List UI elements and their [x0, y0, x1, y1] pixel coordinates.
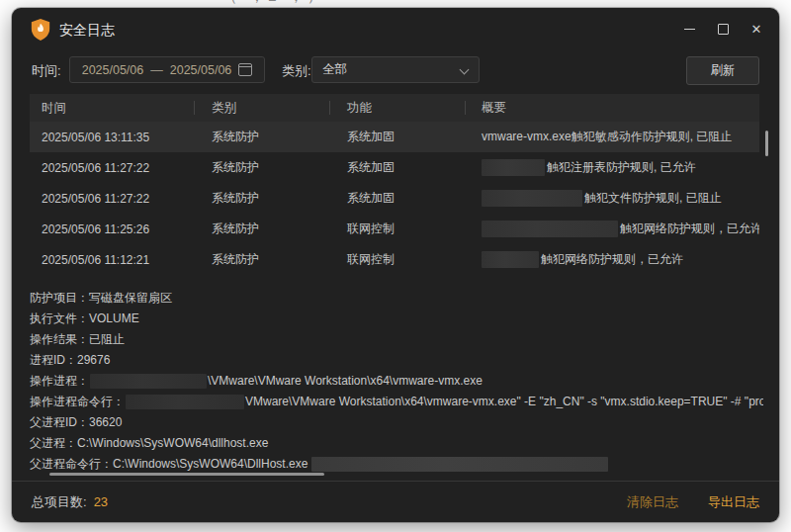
horizontal-scrollbar[interactable]: [49, 473, 324, 476]
detail-label: 操作进程：: [30, 371, 89, 392]
date-to: 2025/05/06: [170, 63, 232, 77]
detail-value: \VMware\VMware Workstation\x64\vmware-vm…: [208, 371, 483, 392]
security-log-window: 安全日志 ✕ 时间: 2025/05/06 — 2025/05/06 类别: 全…: [12, 8, 779, 522]
minimize-button[interactable]: [672, 14, 706, 44]
log-row[interactable]: 2025/05/06 13:11:35系统防护系统加固vmware-vmx.ex…: [30, 122, 759, 152]
detail-label: 执行文件：: [30, 309, 89, 329]
category-selected-value: 全部: [322, 61, 347, 78]
detail-value: 写磁盘保留扇区: [89, 288, 172, 309]
window-title: 安全日志: [59, 22, 115, 40]
row-category: 系统防护: [194, 221, 329, 237]
row-function: 系统加固: [329, 129, 465, 145]
detail-line: 操作进程：\VMware\VMware Workstation\x64\vmwa…: [30, 371, 763, 392]
detail-value: C:\Windows\SysWOW64\DllHost.exe: [113, 454, 308, 475]
row-summary-text: 触犯文件防护规则, 已阻止: [584, 190, 722, 207]
row-category: 系统防护: [194, 251, 329, 268]
column-header-time: 时间: [30, 100, 194, 117]
detail-value: 已阻止: [89, 329, 125, 350]
row-function: 系统加固: [329, 190, 465, 207]
detail-line: 操作进程命令行：VMware\VMware Workstation\x64\vm…: [30, 392, 763, 412]
detail-value: VOLUME: [89, 309, 139, 329]
date-separator: —: [150, 63, 163, 77]
detail-label: 操作结果：: [30, 329, 89, 350]
clear-log-button[interactable]: 清除日志: [627, 493, 678, 511]
category-select[interactable]: 全部: [311, 56, 480, 83]
row-time: 2025/05/06 11:27:22: [30, 161, 194, 175]
redacted-text: [126, 395, 244, 409]
column-header-summary: 概要: [465, 100, 759, 117]
minimize-icon: [684, 29, 695, 30]
column-divider: [329, 101, 330, 115]
detail-line: 防护项目：写磁盘保留扇区: [30, 288, 763, 309]
detail-label: 父进程：: [30, 433, 77, 454]
date-from: 2025/05/06: [82, 63, 144, 77]
row-summary: 触犯网络防护规则，已允许: [465, 251, 759, 268]
row-function: 联网控制: [329, 251, 465, 268]
row-summary: 触犯文件防护规则, 已阻止: [465, 190, 759, 207]
app-shield-icon: [30, 18, 51, 42]
title-bar: 安全日志 ✕: [12, 8, 779, 51]
column-header-function: 功能: [329, 100, 465, 117]
chevron-down-icon: [460, 65, 470, 75]
vertical-scrollbar[interactable]: [765, 131, 768, 156]
row-summary-text: 触犯注册表防护规则, 已允许: [547, 159, 696, 176]
time-filter-label: 时间:: [32, 62, 61, 80]
log-row[interactable]: 2025/05/06 11:12:21系统防护联网控制触犯网络防护规则，已允许: [30, 244, 759, 275]
row-time: 2025/05/06 11:12:21: [30, 253, 194, 267]
detail-line: 进程ID：29676: [30, 350, 763, 371]
detail-line: 父进程：C:\Windows\SysWOW64\dllhost.exe: [30, 433, 763, 454]
footer-actions: 清除日志 导出日志: [627, 493, 759, 511]
redacted-text: [482, 251, 539, 268]
total-count-value: 23: [94, 494, 108, 509]
column-divider: [465, 101, 466, 115]
redacted-text: [482, 190, 582, 207]
column-divider: [194, 101, 195, 115]
row-category: 系统防护: [194, 159, 329, 176]
detail-label: 父进程ID：: [30, 412, 89, 433]
close-button[interactable]: ✕: [740, 14, 773, 44]
row-summary: vmware-vmx.exe触犯敏感动作防护规则, 已阻止: [465, 129, 759, 145]
detail-label: 操作进程命令行：: [30, 392, 125, 412]
detail-line: 父进程命令行：C:\Windows\SysWOW64\DllHost.exe: [30, 454, 763, 475]
log-row[interactable]: 2025/05/06 11:27:22系统防护系统加固触犯文件防护规则, 已阻止: [30, 183, 759, 214]
redacted-text: [90, 374, 207, 389]
detail-value: C:\Windows\SysWOW64\dllhost.exe: [77, 433, 268, 454]
log-row[interactable]: 2025/05/06 11:25:26系统防护联网控制触犯网络防护规则，已允许: [30, 214, 759, 244]
log-row[interactable]: 2025/05/06 11:27:22系统防护系统加固触犯注册表防护规则, 已允…: [30, 152, 759, 183]
filter-bar: 时间: 2025/05/06 — 2025/05/06 类别: 全部 刷新: [12, 56, 779, 86]
detail-label: 防护项目：: [30, 288, 89, 309]
detail-label: 父进程命令行：: [30, 454, 113, 475]
row-summary: 触犯注册表防护规则, 已允许: [465, 159, 759, 176]
table-header: 时间 类别 功能 概要: [30, 94, 759, 122]
footer-bar: 总项目数: 23 清除日志 导出日志: [12, 481, 779, 522]
row-summary-text: 触犯网络防护规则，已允许: [541, 251, 683, 268]
redacted-text: [482, 221, 618, 237]
row-category: 系统防护: [194, 129, 329, 145]
row-time: 2025/05/06 11:25:26: [30, 222, 194, 236]
cropped-text-artifact: （ ，2 ，）: [222, 0, 331, 6]
redacted-text: [311, 457, 608, 472]
refresh-button[interactable]: 刷新: [686, 56, 759, 85]
redacted-text: [482, 159, 545, 176]
row-category: 系统防护: [194, 190, 329, 207]
row-summary: 触犯网络防护规则，已允许: [465, 221, 759, 237]
row-summary-text: 触犯网络防护规则，已允许: [620, 221, 759, 237]
row-function: 联网控制: [329, 221, 465, 237]
maximize-icon: [718, 24, 729, 35]
close-icon: ✕: [751, 23, 762, 36]
log-table: 时间 类别 功能 概要 2025/05/06 13:11:35系统防护系统加固v…: [30, 94, 759, 275]
detail-value: VMware\VMware Workstation\x64\vmware-vmx…: [245, 392, 763, 412]
table-body: 2025/05/06 13:11:35系统防护系统加固vmware-vmx.ex…: [30, 122, 759, 275]
export-log-button[interactable]: 导出日志: [708, 493, 759, 511]
row-summary-text: vmware-vmx.exe触犯敏感动作防护规则, 已阻止: [482, 129, 732, 145]
detail-line: 执行文件：VOLUME: [30, 309, 763, 329]
detail-value: 29676: [77, 350, 110, 371]
row-time: 2025/05/06 11:27:22: [30, 192, 194, 206]
detail-line: 操作结果：已阻止: [30, 329, 763, 350]
maximize-button[interactable]: [706, 14, 740, 44]
date-range-picker[interactable]: 2025/05/06 — 2025/05/06: [69, 56, 265, 83]
window-controls: ✕: [672, 14, 773, 44]
detail-value: 36620: [89, 412, 122, 433]
total-count: 总项目数: 23: [32, 493, 108, 511]
detail-panel: 防护项目：写磁盘保留扇区执行文件：VOLUME操作结果：已阻止进程ID：2967…: [30, 288, 763, 476]
